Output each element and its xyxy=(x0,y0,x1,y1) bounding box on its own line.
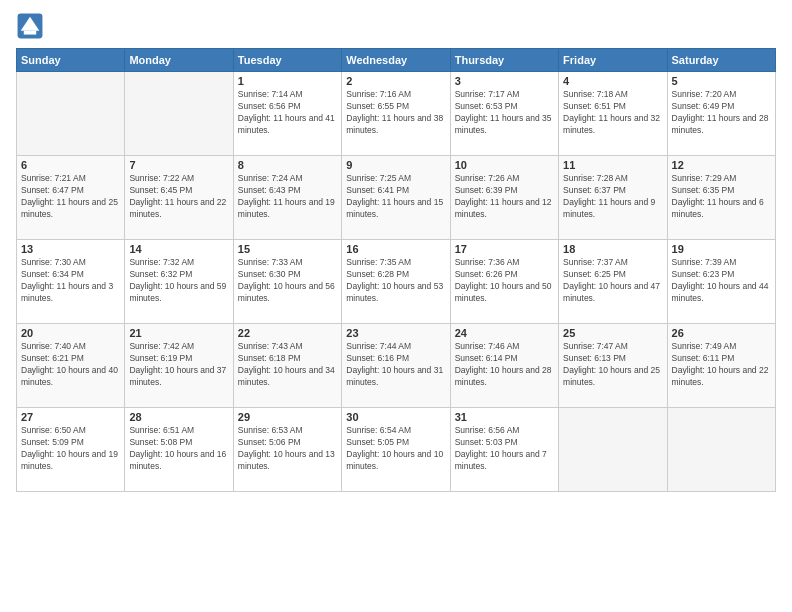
day-detail: Sunrise: 7:22 AMSunset: 6:45 PMDaylight:… xyxy=(129,173,228,221)
day-cell: 30Sunrise: 6:54 AMSunset: 5:05 PMDayligh… xyxy=(342,408,450,492)
day-detail: Sunrise: 6:56 AMSunset: 5:03 PMDaylight:… xyxy=(455,425,554,473)
day-cell: 11Sunrise: 7:28 AMSunset: 6:37 PMDayligh… xyxy=(559,156,667,240)
day-detail: Sunrise: 7:25 AMSunset: 6:41 PMDaylight:… xyxy=(346,173,445,221)
day-number: 15 xyxy=(238,243,337,255)
day-cell: 7Sunrise: 7:22 AMSunset: 6:45 PMDaylight… xyxy=(125,156,233,240)
day-cell: 15Sunrise: 7:33 AMSunset: 6:30 PMDayligh… xyxy=(233,240,341,324)
day-detail: Sunrise: 6:54 AMSunset: 5:05 PMDaylight:… xyxy=(346,425,445,473)
day-detail: Sunrise: 6:50 AMSunset: 5:09 PMDaylight:… xyxy=(21,425,120,473)
calendar-page: SundayMondayTuesdayWednesdayThursdayFrid… xyxy=(0,0,792,612)
header-row: SundayMondayTuesdayWednesdayThursdayFrid… xyxy=(17,49,776,72)
day-cell: 2Sunrise: 7:16 AMSunset: 6:55 PMDaylight… xyxy=(342,72,450,156)
day-number: 29 xyxy=(238,411,337,423)
week-row-3: 13Sunrise: 7:30 AMSunset: 6:34 PMDayligh… xyxy=(17,240,776,324)
col-header-friday: Friday xyxy=(559,49,667,72)
day-number: 26 xyxy=(672,327,771,339)
day-number: 10 xyxy=(455,159,554,171)
day-number: 20 xyxy=(21,327,120,339)
week-row-2: 6Sunrise: 7:21 AMSunset: 6:47 PMDaylight… xyxy=(17,156,776,240)
week-row-4: 20Sunrise: 7:40 AMSunset: 6:21 PMDayligh… xyxy=(17,324,776,408)
col-header-tuesday: Tuesday xyxy=(233,49,341,72)
day-number: 1 xyxy=(238,75,337,87)
day-cell: 24Sunrise: 7:46 AMSunset: 6:14 PMDayligh… xyxy=(450,324,558,408)
day-cell: 14Sunrise: 7:32 AMSunset: 6:32 PMDayligh… xyxy=(125,240,233,324)
day-number: 18 xyxy=(563,243,662,255)
day-cell: 20Sunrise: 7:40 AMSunset: 6:21 PMDayligh… xyxy=(17,324,125,408)
day-cell: 21Sunrise: 7:42 AMSunset: 6:19 PMDayligh… xyxy=(125,324,233,408)
day-number: 25 xyxy=(563,327,662,339)
day-number: 13 xyxy=(21,243,120,255)
day-detail: Sunrise: 7:26 AMSunset: 6:39 PMDaylight:… xyxy=(455,173,554,221)
day-cell: 9Sunrise: 7:25 AMSunset: 6:41 PMDaylight… xyxy=(342,156,450,240)
col-header-thursday: Thursday xyxy=(450,49,558,72)
col-header-sunday: Sunday xyxy=(17,49,125,72)
day-cell: 6Sunrise: 7:21 AMSunset: 6:47 PMDaylight… xyxy=(17,156,125,240)
day-detail: Sunrise: 7:46 AMSunset: 6:14 PMDaylight:… xyxy=(455,341,554,389)
day-cell: 16Sunrise: 7:35 AMSunset: 6:28 PMDayligh… xyxy=(342,240,450,324)
day-cell: 12Sunrise: 7:29 AMSunset: 6:35 PMDayligh… xyxy=(667,156,775,240)
day-cell xyxy=(667,408,775,492)
day-number: 12 xyxy=(672,159,771,171)
day-number: 7 xyxy=(129,159,228,171)
day-number: 4 xyxy=(563,75,662,87)
logo-icon xyxy=(16,12,44,40)
day-detail: Sunrise: 7:30 AMSunset: 6:34 PMDaylight:… xyxy=(21,257,120,305)
day-number: 21 xyxy=(129,327,228,339)
day-number: 30 xyxy=(346,411,445,423)
day-detail: Sunrise: 7:49 AMSunset: 6:11 PMDaylight:… xyxy=(672,341,771,389)
day-cell: 22Sunrise: 7:43 AMSunset: 6:18 PMDayligh… xyxy=(233,324,341,408)
day-number: 6 xyxy=(21,159,120,171)
day-number: 19 xyxy=(672,243,771,255)
day-number: 9 xyxy=(346,159,445,171)
day-cell: 13Sunrise: 7:30 AMSunset: 6:34 PMDayligh… xyxy=(17,240,125,324)
day-detail: Sunrise: 7:40 AMSunset: 6:21 PMDaylight:… xyxy=(21,341,120,389)
day-cell: 10Sunrise: 7:26 AMSunset: 6:39 PMDayligh… xyxy=(450,156,558,240)
day-number: 31 xyxy=(455,411,554,423)
day-cell: 27Sunrise: 6:50 AMSunset: 5:09 PMDayligh… xyxy=(17,408,125,492)
day-detail: Sunrise: 7:21 AMSunset: 6:47 PMDaylight:… xyxy=(21,173,120,221)
day-number: 2 xyxy=(346,75,445,87)
day-number: 11 xyxy=(563,159,662,171)
day-detail: Sunrise: 7:36 AMSunset: 6:26 PMDaylight:… xyxy=(455,257,554,305)
day-detail: Sunrise: 7:33 AMSunset: 6:30 PMDaylight:… xyxy=(238,257,337,305)
day-detail: Sunrise: 7:18 AMSunset: 6:51 PMDaylight:… xyxy=(563,89,662,137)
day-detail: Sunrise: 7:43 AMSunset: 6:18 PMDaylight:… xyxy=(238,341,337,389)
col-header-saturday: Saturday xyxy=(667,49,775,72)
day-detail: Sunrise: 7:44 AMSunset: 6:16 PMDaylight:… xyxy=(346,341,445,389)
day-detail: Sunrise: 7:47 AMSunset: 6:13 PMDaylight:… xyxy=(563,341,662,389)
day-cell: 29Sunrise: 6:53 AMSunset: 5:06 PMDayligh… xyxy=(233,408,341,492)
day-number: 28 xyxy=(129,411,228,423)
logo xyxy=(16,12,48,40)
day-detail: Sunrise: 7:35 AMSunset: 6:28 PMDaylight:… xyxy=(346,257,445,305)
day-detail: Sunrise: 7:20 AMSunset: 6:49 PMDaylight:… xyxy=(672,89,771,137)
day-detail: Sunrise: 7:17 AMSunset: 6:53 PMDaylight:… xyxy=(455,89,554,137)
col-header-wednesday: Wednesday xyxy=(342,49,450,72)
day-number: 5 xyxy=(672,75,771,87)
day-number: 3 xyxy=(455,75,554,87)
header xyxy=(16,12,776,40)
day-cell: 26Sunrise: 7:49 AMSunset: 6:11 PMDayligh… xyxy=(667,324,775,408)
day-detail: Sunrise: 7:42 AMSunset: 6:19 PMDaylight:… xyxy=(129,341,228,389)
day-cell: 31Sunrise: 6:56 AMSunset: 5:03 PMDayligh… xyxy=(450,408,558,492)
day-detail: Sunrise: 7:24 AMSunset: 6:43 PMDaylight:… xyxy=(238,173,337,221)
day-cell: 25Sunrise: 7:47 AMSunset: 6:13 PMDayligh… xyxy=(559,324,667,408)
day-detail: Sunrise: 6:51 AMSunset: 5:08 PMDaylight:… xyxy=(129,425,228,473)
day-cell xyxy=(125,72,233,156)
day-cell xyxy=(559,408,667,492)
day-cell: 23Sunrise: 7:44 AMSunset: 6:16 PMDayligh… xyxy=(342,324,450,408)
day-number: 8 xyxy=(238,159,337,171)
day-cell: 19Sunrise: 7:39 AMSunset: 6:23 PMDayligh… xyxy=(667,240,775,324)
day-cell xyxy=(17,72,125,156)
day-cell: 5Sunrise: 7:20 AMSunset: 6:49 PMDaylight… xyxy=(667,72,775,156)
col-header-monday: Monday xyxy=(125,49,233,72)
day-detail: Sunrise: 7:37 AMSunset: 6:25 PMDaylight:… xyxy=(563,257,662,305)
day-detail: Sunrise: 7:32 AMSunset: 6:32 PMDaylight:… xyxy=(129,257,228,305)
day-cell: 3Sunrise: 7:17 AMSunset: 6:53 PMDaylight… xyxy=(450,72,558,156)
day-cell: 8Sunrise: 7:24 AMSunset: 6:43 PMDaylight… xyxy=(233,156,341,240)
week-row-5: 27Sunrise: 6:50 AMSunset: 5:09 PMDayligh… xyxy=(17,408,776,492)
day-cell: 18Sunrise: 7:37 AMSunset: 6:25 PMDayligh… xyxy=(559,240,667,324)
day-number: 16 xyxy=(346,243,445,255)
day-detail: Sunrise: 7:14 AMSunset: 6:56 PMDaylight:… xyxy=(238,89,337,137)
day-cell: 1Sunrise: 7:14 AMSunset: 6:56 PMDaylight… xyxy=(233,72,341,156)
day-number: 14 xyxy=(129,243,228,255)
